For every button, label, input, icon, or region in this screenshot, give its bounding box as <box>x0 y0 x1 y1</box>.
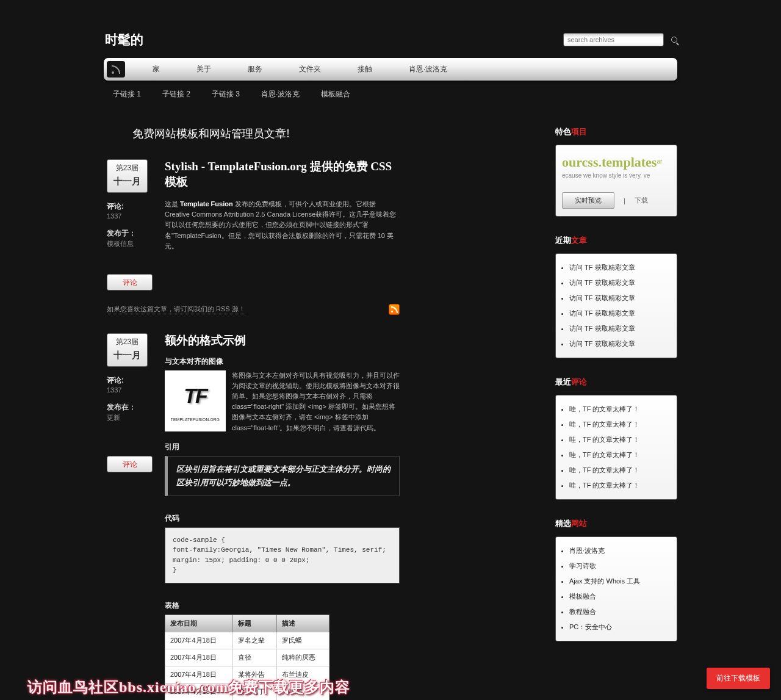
comments-label: 评论: <box>107 201 156 212</box>
heading-quote: 引用 <box>165 442 400 452</box>
posted-value: 模板信息 <box>107 239 156 248</box>
list-item[interactable]: 学习诗歌 <box>569 558 668 574</box>
list-item[interactable]: 访问 TF 获取精彩文章 <box>569 275 668 290</box>
widget-title-featured-sites: 精选网站 <box>555 518 677 529</box>
posted-label: 发布于： <box>107 228 156 239</box>
post-title[interactable]: Stylish - TemplateFusion.org 提供的免费 CSS 模… <box>165 159 400 189</box>
recent-posts-list: 访问 TF 获取精彩文章 访问 TF 获取精彩文章 访问 TF 获取精彩文章 访… <box>555 253 677 358</box>
blockquote: 区块引用旨在将引文或重要文本部分与正文主体分开。时尚的区块引用可以巧妙地做到这一… <box>165 456 400 496</box>
sub-nav: 子链接 1 子链接 2 子链接 3 肖恩·波洛克 模板融合 <box>104 84 677 105</box>
preview-button[interactable]: 实时预览 <box>562 192 614 209</box>
list-item[interactable]: PC：安全中心 <box>569 619 668 635</box>
list-item[interactable]: 教程融合 <box>569 604 668 619</box>
watermark: 访问血鸟社区bbs.xieniao.com免费下载更多内容 <box>27 677 350 697</box>
post: 第23届 十一月 评论: 1337 发布在： 更新 评论 额外的格式示例 与文本… <box>107 333 400 700</box>
list-item[interactable]: 肖恩·波洛克 <box>569 543 668 558</box>
list-item[interactable]: 哇，TF 的文章太棒了！ <box>569 417 668 432</box>
rss-icon[interactable] <box>107 61 125 78</box>
comment-button[interactable]: 评论 <box>107 274 153 290</box>
rss-subscribe-link[interactable]: 如果您喜欢这篇文章，请订阅我们的 RSS 源！ <box>107 305 245 314</box>
featured-brand: ourcss.templates <box>562 154 657 170</box>
comment-button[interactable]: 评论 <box>107 456 153 472</box>
table-row: 2007年4月18日直径纯粹的厌恶 <box>165 649 329 666</box>
tf-logo-image: TFTEMPLATEFUSION.ORG <box>165 370 226 431</box>
list-item[interactable]: 访问 TF 获取精彩文章 <box>569 306 668 321</box>
featured-box: ourcss.templatesar ecause we know style … <box>555 145 677 217</box>
featured-tag: ecause we know style is very, ve <box>562 172 671 179</box>
rss-icon[interactable] <box>389 304 400 315</box>
list-item[interactable]: 哇，TF 的文章太棒了！ <box>569 402 668 417</box>
code-sample: code-sample { font-family:Georgia, "Time… <box>165 527 400 583</box>
list-item[interactable]: Ajax 支持的 Whois 工具 <box>569 574 668 589</box>
nav-folder[interactable]: 文件夹 <box>281 64 339 74</box>
search-input[interactable] <box>563 33 664 46</box>
download-template-button[interactable]: 前往下载模板 <box>707 668 770 689</box>
recent-comments-list: 哇，TF 的文章太棒了！ 哇，TF 的文章太棒了！ 哇，TF 的文章太棒了！ 哇… <box>555 395 677 500</box>
nav-contact[interactable]: 接触 <box>339 64 390 74</box>
date-badge: 第23届 十一月 <box>107 333 148 367</box>
main-nav: 家 关于 服务 文件夹 接触 肖恩·波洛克 <box>104 58 677 81</box>
subnav-link1[interactable]: 子链接 1 <box>113 89 141 99</box>
post-text: 这是 Template Fusion 发布的免费模板，可供个人或商业使用。它根据… <box>165 199 400 251</box>
site-title: 时髦的 <box>105 31 143 48</box>
widget-title-featured: 特色项目 <box>555 126 677 137</box>
date-badge: 第23届 十一月 <box>107 159 148 193</box>
list-item[interactable]: 访问 TF 获取精彩文章 <box>569 321 668 336</box>
featured-sites-list: 肖恩·波洛克 学习诗歌 Ajax 支持的 Whois 工具 模板融合 教程融合 … <box>555 536 677 641</box>
subnav-sean[interactable]: 肖恩·波洛克 <box>261 89 300 99</box>
widget-title-recent-comments: 最近评论 <box>555 377 677 388</box>
list-item[interactable]: 访问 TF 获取精彩文章 <box>569 260 668 275</box>
nav-sean[interactable]: 肖恩·波洛克 <box>390 64 466 74</box>
download-link[interactable]: 下载 <box>635 196 648 205</box>
list-item[interactable]: 访问 TF 获取精彩文章 <box>569 336 668 352</box>
list-item[interactable]: 哇，TF 的文章太棒了！ <box>569 447 668 463</box>
img-align-text: 将图像与文本左侧对齐可以具有视觉吸引力，并且可以作为阅读文章的视觉辅助。使用此模… <box>232 372 400 431</box>
heading-table: 表格 <box>165 601 400 611</box>
list-item[interactable]: 哇，TF 的文章太棒了！ <box>569 432 668 447</box>
list-item[interactable]: 哇，TF 的文章太棒了！ <box>569 478 668 493</box>
comments-count: 1337 <box>107 212 156 220</box>
table-row: 2007年4月18日罗名之辈罗氏蟠 <box>165 632 329 649</box>
subnav-link2[interactable]: 子链接 2 <box>162 89 190 99</box>
post-title[interactable]: 额外的格式示例 <box>165 333 400 348</box>
subnav-tf[interactable]: 模板融合 <box>321 89 350 99</box>
nav-home[interactable]: 家 <box>134 64 178 74</box>
heading-img-align: 与文本对齐的图像 <box>165 356 400 367</box>
heading-code: 代码 <box>165 513 400 524</box>
separator: | <box>624 197 625 204</box>
post: 第23届 十一月 评论: 1337 发布于： 模板信息 Stylish - Te… <box>107 159 400 251</box>
search-icon[interactable] <box>671 37 677 43</box>
list-item[interactable]: 访问 TF 获取精彩文章 <box>569 290 668 306</box>
list-item[interactable]: 模板融合 <box>569 589 668 604</box>
nav-services[interactable]: 服务 <box>229 64 281 74</box>
subnav-link3[interactable]: 子链接 3 <box>212 89 240 99</box>
tagline: 免费网站模板和网站管理员文章! <box>132 126 400 141</box>
nav-about[interactable]: 关于 <box>178 64 229 74</box>
list-item[interactable]: 哇，TF 的文章太棒了！ <box>569 463 668 478</box>
widget-title-recent-posts: 近期文章 <box>555 235 677 246</box>
